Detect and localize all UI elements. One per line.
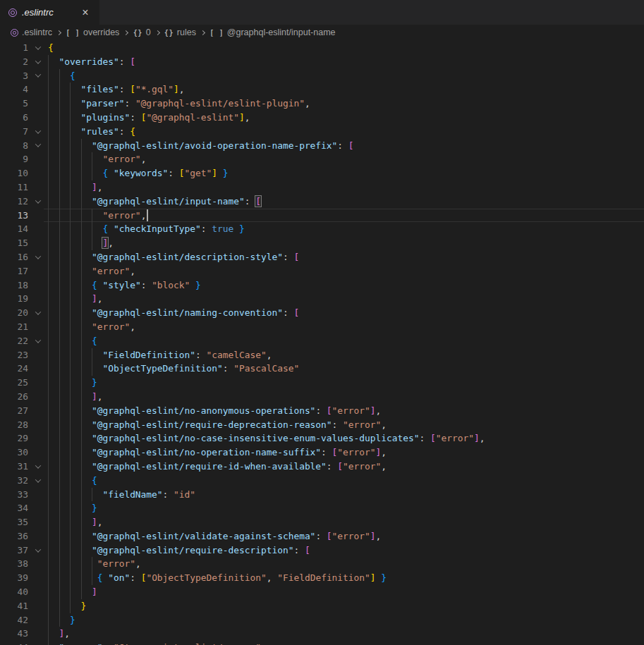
line-number[interactable]: 30 — [0, 446, 28, 460]
fold-toggle[interactable] — [31, 139, 45, 153]
line-number[interactable]: 26 — [0, 390, 28, 404]
fold-toggle[interactable] — [31, 125, 45, 139]
code-line[interactable]: 18 { "style": "block" } — [0, 278, 644, 293]
tab-eslintrc[interactable]: .eslintrc × — [0, 0, 99, 25]
line-number[interactable]: 17 — [0, 264, 28, 278]
line-number[interactable]: 4 — [0, 82, 28, 97]
code-line[interactable]: 33 "fieldName": "id" — [0, 488, 644, 502]
line-number[interactable]: 39 — [0, 571, 28, 585]
line-number[interactable]: 12 — [0, 195, 28, 209]
line-number[interactable]: 32 — [0, 474, 28, 488]
line-number[interactable]: 8 — [0, 139, 28, 153]
fold-toggle[interactable] — [31, 334, 45, 348]
code-line[interactable]: 29 "@graphql-eslint/no-case-insensitive-… — [0, 431, 644, 446]
code-line[interactable]: 39 { "on": ["ObjectTypeDefinition", "Fie… — [0, 571, 644, 585]
code-line[interactable]: 24 "ObjectTypeDefinition": "PascalCase" — [0, 362, 644, 376]
line-number[interactable]: 28 — [0, 418, 28, 432]
line-number[interactable]: 31 — [0, 460, 28, 474]
fold-toggle[interactable] — [31, 474, 45, 488]
line-number[interactable]: 22 — [0, 334, 28, 348]
code-line[interactable]: 43 ], — [0, 627, 644, 641]
breadcrumb-item-rules[interactable]: {}rules — [164, 27, 196, 37]
fold-toggle[interactable] — [31, 195, 45, 209]
line-number[interactable]: 16 — [0, 250, 28, 264]
line-number[interactable]: 11 — [0, 180, 28, 195]
code-line[interactable]: 26 ], — [0, 390, 644, 404]
code-line[interactable]: 27 "@graphql-eslint/no-anonymous-operati… — [0, 404, 644, 418]
code-line[interactable]: 15 ], — [0, 236, 644, 250]
line-number[interactable]: 7 — [0, 125, 28, 139]
code-line[interactable]: 10 { "keywords": ["get"] } — [0, 166, 644, 180]
code-line[interactable]: 7 "rules": { — [0, 125, 644, 139]
code-line[interactable]: 8 "@graphql-eslint/avoid-operation-name-… — [0, 139, 644, 153]
fold-toggle[interactable] — [31, 306, 45, 320]
code-line[interactable]: 12 "@graphql-eslint/input-name": [ — [0, 195, 644, 209]
code-line[interactable]: 41 } — [0, 599, 644, 613]
fold-toggle[interactable] — [31, 69, 45, 83]
code-line[interactable]: 23 "FieldDefinition": "camelCase", — [0, 348, 644, 362]
code-line[interactable]: 40 ] — [0, 585, 644, 599]
line-number[interactable]: 21 — [0, 320, 28, 334]
code-line[interactable]: 20 "@graphql-eslint/naming-convention": … — [0, 306, 644, 320]
code-line[interactable]: 1{ — [0, 41, 644, 55]
line-number[interactable]: 41 — [0, 599, 28, 613]
code-line[interactable]: 16 "@graphql-eslint/description-style": … — [0, 250, 644, 264]
line-number[interactable]: 38 — [0, 557, 28, 571]
code-line[interactable]: 21 "error", — [0, 320, 644, 334]
line-number[interactable]: 15 — [0, 236, 28, 250]
fold-toggle[interactable] — [31, 543, 45, 558]
line-number[interactable]: 3 — [0, 69, 28, 83]
close-icon[interactable]: × — [78, 6, 92, 20]
line-number[interactable]: 40 — [0, 585, 28, 599]
code-line[interactable]: 34 } — [0, 501, 644, 515]
line-number[interactable]: 27 — [0, 404, 28, 418]
code-line[interactable]: 2 "overrides": [ — [0, 55, 644, 69]
code-line[interactable]: 38 "error", — [0, 557, 644, 571]
line-number[interactable]: 34 — [0, 501, 28, 515]
code-line[interactable]: 37 "@graphql-eslint/require-description"… — [0, 543, 644, 558]
line-number[interactable]: 44 — [0, 641, 28, 645]
line-number[interactable]: 35 — [0, 515, 28, 529]
code-line[interactable]: 42 } — [0, 613, 644, 627]
fold-toggle[interactable] — [31, 41, 45, 55]
line-number[interactable]: 33 — [0, 488, 28, 502]
line-number[interactable]: 1 — [0, 41, 28, 55]
line-number[interactable]: 13 — [0, 209, 28, 223]
code-line[interactable]: 44 "parser": "@typescript-eslint/parser" — [0, 641, 644, 645]
fold-toggle[interactable] — [31, 55, 45, 69]
line-number[interactable]: 25 — [0, 376, 28, 390]
breadcrumb-item-0[interactable]: {}0 — [133, 27, 150, 37]
code-line[interactable]: 6 "plugins": ["@graphql-eslint"], — [0, 111, 644, 125]
line-number[interactable]: 43 — [0, 627, 28, 641]
code-line[interactable]: 35 ], — [0, 515, 644, 529]
line-number[interactable]: 18 — [0, 278, 28, 293]
code-line[interactable]: 36 "@graphql-eslint/validate-against-sch… — [0, 529, 644, 543]
breadcrumb-item-overrides[interactable]: [ ]overrides — [66, 27, 119, 37]
line-number[interactable]: 9 — [0, 152, 28, 166]
code-line[interactable]: 25 } — [0, 376, 644, 390]
code-line[interactable]: 17 "error", — [0, 264, 644, 278]
line-number[interactable]: 29 — [0, 431, 28, 446]
breadcrumb-item--graphql-eslint-input-name[interactable]: [ ]@graphql-eslint/input-name — [209, 27, 336, 37]
code-line[interactable]: 22 { — [0, 334, 644, 348]
code-line[interactable]: 32 { — [0, 474, 644, 488]
code-line[interactable]: 30 "@graphql-eslint/no-operation-name-su… — [0, 446, 644, 460]
code-line[interactable]: 14 { "checkInputType": true } — [0, 222, 644, 236]
line-number[interactable]: 6 — [0, 111, 28, 125]
line-number[interactable]: 24 — [0, 362, 28, 376]
code-line[interactable]: 4 "files": ["*.gql"], — [0, 82, 644, 97]
fold-toggle[interactable] — [31, 250, 45, 264]
code-line[interactable]: 9 "error", — [0, 152, 644, 166]
fold-toggle[interactable] — [31, 460, 45, 474]
line-number[interactable]: 10 — [0, 166, 28, 180]
line-number[interactable]: 42 — [0, 613, 28, 627]
code-line[interactable]: 5 "parser": "@graphql-eslint/eslint-plug… — [0, 97, 644, 111]
line-number[interactable]: 19 — [0, 292, 28, 306]
code-line[interactable]: 13 "error", — [0, 209, 644, 223]
code-line[interactable]: 31 "@graphql-eslint/require-id-when-avai… — [0, 460, 644, 474]
line-number[interactable]: 36 — [0, 529, 28, 543]
line-number[interactable]: 14 — [0, 222, 28, 236]
line-number[interactable]: 23 — [0, 348, 28, 362]
code-line[interactable]: 11 ], — [0, 180, 644, 195]
line-number[interactable]: 2 — [0, 55, 28, 69]
